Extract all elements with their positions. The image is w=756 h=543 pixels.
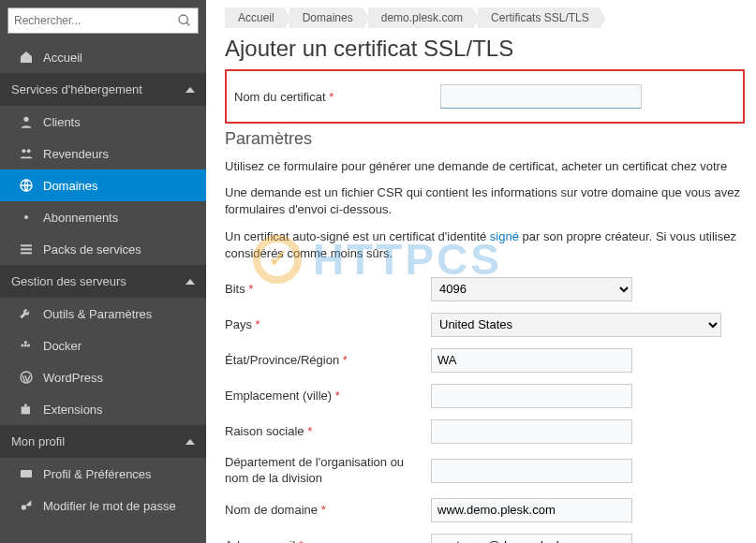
params-heading: Paramètres [225, 129, 745, 149]
breadcrumb: Accueil Domaines demo.plesk.com Certific… [225, 7, 745, 28]
signed-link[interactable]: signé [490, 229, 519, 243]
sidebar-item-extensions[interactable]: Extensions [0, 393, 206, 425]
page-title: Ajouter un certificat SSL/TLS [225, 36, 745, 62]
svg-point-6 [24, 215, 28, 219]
wrench-icon [19, 306, 34, 321]
sidebar-item-tools[interactable]: Outils & Paramètres [0, 298, 206, 330]
gear-icon [19, 210, 34, 225]
wordpress-icon [19, 370, 34, 385]
chevron-up-icon [185, 279, 195, 285]
home-icon [19, 50, 34, 65]
puzzle-icon [19, 402, 34, 417]
email-input[interactable] [431, 534, 632, 543]
crumb-home[interactable]: Accueil [225, 7, 284, 28]
chevron-up-icon [185, 87, 195, 93]
docker-icon [19, 338, 34, 353]
certname-highlight: Nom du certificat * [225, 69, 745, 124]
sidebar-item-home[interactable]: Accueil [0, 41, 206, 73]
card-icon [19, 466, 34, 481]
country-select[interactable]: United States [431, 313, 721, 337]
sidebar-item-wordpress[interactable]: WordPress [0, 361, 206, 393]
svg-point-18 [22, 505, 26, 509]
svg-point-0 [179, 15, 187, 23]
person-icon [19, 114, 34, 129]
svg-rect-7 [21, 244, 32, 246]
sidebar-item-clients[interactable]: Clients [0, 106, 206, 138]
sidebar-item-packs[interactable]: Packs de services [0, 233, 206, 265]
list-icon [19, 242, 34, 257]
chevron-up-icon [185, 439, 195, 445]
crumb-domains[interactable]: Domaines [289, 7, 363, 28]
svg-point-2 [23, 117, 28, 122]
svg-point-4 [27, 149, 31, 153]
svg-rect-16 [24, 404, 27, 407]
sidebar-item-label: Accueil [43, 51, 82, 65]
bits-select[interactable]: 4096 [431, 277, 632, 301]
sidebar-item-subscriptions[interactable]: Abonnements [0, 201, 206, 233]
domain-input[interactable] [431, 498, 632, 522]
svg-rect-10 [22, 345, 24, 347]
sidebar-item-password[interactable]: Modifier le mot de passe [0, 490, 206, 521]
sidebar-item-docker[interactable]: Docker [0, 330, 206, 361]
svg-line-1 [186, 22, 189, 25]
svg-rect-9 [21, 252, 32, 254]
city-input[interactable] [431, 384, 632, 408]
para3: Un certificat auto-signé est un certific… [225, 228, 745, 262]
state-input[interactable] [431, 348, 632, 373]
search-icon [177, 13, 192, 28]
dept-input[interactable] [431, 459, 632, 483]
search-input[interactable] [14, 14, 177, 27]
svg-rect-15 [22, 406, 30, 414]
key-icon [19, 498, 34, 513]
sidebar-item-resellers[interactable]: Revendeurs [0, 138, 206, 169]
svg-rect-13 [27, 345, 30, 347]
svg-rect-12 [24, 341, 27, 344]
para2: Une demande est un fichier CSR qui conti… [225, 184, 745, 218]
certname-input[interactable] [440, 84, 642, 109]
sidebar-item-profile[interactable]: Profil & Préférences [0, 458, 206, 490]
svg-rect-11 [24, 345, 27, 347]
certname-label: Nom du certificat * [234, 90, 431, 104]
svg-rect-8 [21, 248, 32, 250]
people-icon [19, 146, 34, 161]
crumb-domain[interactable]: demo.plesk.com [368, 7, 472, 28]
svg-point-3 [22, 149, 25, 153]
section-hosting[interactable]: Services d'hébergement [0, 73, 206, 106]
company-input[interactable] [431, 419, 632, 444]
sidebar-item-domains[interactable]: Domaines [0, 169, 206, 201]
search-box[interactable] [7, 7, 199, 34]
globe-icon [19, 178, 34, 193]
para1: Utilisez ce formulaire pour générer une … [225, 158, 745, 175]
svg-rect-17 [21, 470, 32, 477]
section-profile[interactable]: Mon profil [0, 425, 206, 458]
crumb-ssl[interactable]: Certificats SSL/TLS [478, 7, 599, 28]
section-servers[interactable]: Gestion des serveurs [0, 265, 206, 298]
